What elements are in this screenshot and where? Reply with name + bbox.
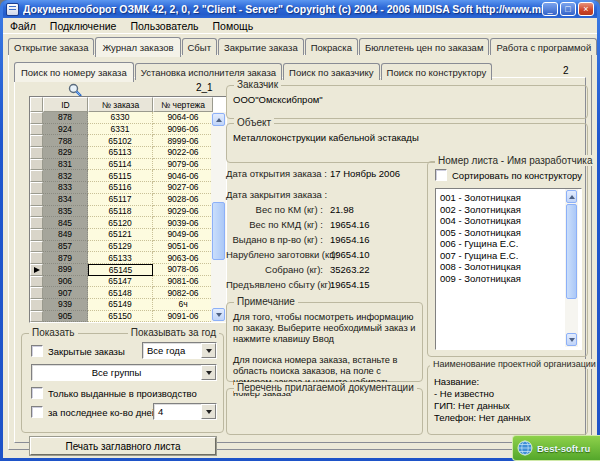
detail-row: Вес по КМ (кг) : 21.98	[226, 202, 432, 217]
menu-item[interactable]: Пользователь	[123, 19, 205, 33]
table-row[interactable]: 832 65115 9046-06	[30, 170, 211, 182]
list-item[interactable]: 009 - Золотницкая	[436, 273, 581, 285]
table-row[interactable]: 905 65150 9091-06	[30, 311, 211, 322]
row-marker-cell	[30, 241, 43, 253]
table-row[interactable]: 907 65148 9082-06	[30, 287, 211, 299]
list-item[interactable]: 001 - Золотницкая	[436, 192, 581, 204]
table-row[interactable]: 833 65116 9027-06	[30, 182, 211, 194]
row-marker-cell	[30, 299, 43, 311]
table-row[interactable]: 831 65114 9079-06	[30, 159, 211, 171]
last-days-combo[interactable]: 4	[153, 403, 217, 420]
grid-scrollbar[interactable]	[211, 112, 226, 322]
search-tab[interactable]: Поиск по заказчику	[283, 63, 380, 80]
main-tab[interactable]: Покраска	[305, 38, 358, 55]
order-details: Дата открытия заказа : 17 Ноябрь 2006 Да…	[226, 166, 432, 292]
cell-drawing-number: 9029-06	[153, 206, 211, 218]
dropdown-arrow-icon[interactable]	[201, 404, 216, 419]
sheets-scrollbar[interactable]	[565, 189, 578, 347]
dropdown-arrow-icon[interactable]	[201, 343, 216, 358]
cell-id: 829	[43, 147, 88, 159]
menu-item[interactable]: Подключение	[43, 19, 124, 33]
menu-item[interactable]: Помощь	[206, 19, 261, 33]
list-item[interactable]: 007 - Гущина Е.С.	[436, 250, 581, 262]
cell-id: 788	[43, 135, 88, 147]
search-tab[interactable]: Поиск по номеру заказа	[14, 62, 134, 82]
table-row[interactable]: 835 65118 9029-06	[30, 206, 211, 218]
watermark-badge: Best-soft.ru	[512, 435, 600, 461]
sheets-listbox[interactable]: 001 - Золотницкая002 - Золотницкая004 - …	[435, 188, 582, 350]
cell-drawing-number: 9039-06	[153, 217, 211, 229]
table-row[interactable]: 788 65102 8999-06	[30, 135, 211, 147]
last-days-combo-value: 4	[154, 406, 201, 417]
main-tab[interactable]: Сбыт	[182, 38, 217, 55]
main-tab[interactable]: Бюллетень цен по заказам	[359, 38, 490, 55]
table-row[interactable]: 849 65121 9049-06	[30, 229, 211, 241]
table-row[interactable]: 829 65113 9022-06	[30, 147, 211, 159]
sort-by-designer-label: Сортировать по конструктору	[452, 170, 582, 181]
table-row[interactable]: 906 65147 9081-06	[30, 276, 211, 288]
note-group-label: Примечание	[234, 296, 298, 307]
table-row[interactable]: 834 65117 9028-06	[30, 194, 211, 206]
table-row[interactable]: 924 6331 9096-06	[30, 124, 211, 136]
menu-item[interactable]: Файл	[3, 19, 43, 33]
cell-order-number: 6330	[88, 112, 153, 124]
title-bar[interactable]: Документооборот ОЗМК 42, 2, 0, 2 "Client…	[3, 0, 597, 18]
table-row[interactable]: 879 65133 9063-06	[30, 252, 211, 264]
sheets-scroll-thumb[interactable]	[566, 204, 577, 299]
minimize-button[interactable]: _	[542, 2, 558, 16]
produced-only-checkbox[interactable]: Только выданные в производство	[31, 387, 197, 399]
table-row[interactable]: 939 65149 6ч	[30, 299, 211, 311]
dropdown-arrow-icon[interactable]	[201, 365, 216, 380]
last-days-checkbox[interactable]: за последнее ко-во дней	[31, 406, 157, 418]
attached-docs-label: Перечень прилагаемой документации	[234, 382, 417, 393]
detail-row: Вес по КМД (кг) : 19654.16	[226, 217, 432, 232]
list-item[interactable]: 002 - Золотницкая	[436, 204, 581, 216]
close-button[interactable]: ×	[578, 2, 594, 16]
search-tab-page: 2_1 ID № заказа № чертежа 8	[14, 77, 586, 443]
detail-row: Дата открытия заказа : 17 Ноябрь 2006	[226, 166, 432, 181]
table-row[interactable]: 878 6330 9064-06	[30, 112, 211, 124]
list-item[interactable]: 008 - Золотницкая	[436, 261, 581, 273]
print-title-sheet-button[interactable]: Печать заглавного листа	[30, 437, 216, 455]
grid-scroll-thumb[interactable]	[212, 202, 225, 260]
year-combo-value: Все года	[143, 345, 201, 356]
table-row[interactable]: 857 65129 9051-06	[30, 241, 211, 253]
sort-by-designer-checkbox[interactable]: Сортировать по конструктору	[435, 169, 582, 181]
checkbox-icon[interactable]	[435, 169, 447, 181]
detail-label: Собрано (кг):	[226, 264, 323, 275]
table-row[interactable]: 845 65120 9039-06	[30, 217, 211, 229]
scroll-down-icon[interactable]	[566, 333, 577, 346]
note-paragraph-1: Для того, чтобы посмотреть информацию по…	[233, 312, 417, 345]
scroll-up-icon[interactable]	[212, 113, 225, 126]
cell-drawing-number: 9028-06	[153, 194, 211, 206]
cell-id: 845	[43, 217, 88, 229]
row-marker-cell	[30, 112, 43, 124]
grid-header-order[interactable]: № заказа	[88, 97, 153, 112]
checkbox-icon[interactable]	[31, 406, 43, 418]
checkbox-icon[interactable]	[31, 345, 43, 357]
checkbox-icon[interactable]	[31, 387, 43, 399]
grid-header-id[interactable]: ID	[43, 97, 88, 112]
list-item[interactable]: 004 - Золотницкая	[436, 215, 581, 227]
main-tab[interactable]: Журнал заказов	[95, 37, 180, 57]
groups-combo[interactable]: Все группы	[31, 364, 217, 381]
maximize-button[interactable]: □	[560, 2, 576, 16]
row-marker-cell	[30, 124, 43, 136]
table-row[interactable]: 899 65145 9078-06	[30, 264, 211, 276]
grid-header-drawing[interactable]: № чертежа	[153, 97, 213, 112]
scroll-down-icon[interactable]	[212, 308, 225, 321]
search-tab[interactable]: Установка исполнителя заказа	[135, 63, 282, 80]
year-combo[interactable]: Все года	[142, 342, 217, 359]
closed-orders-checkbox[interactable]: Закрытые заказы	[31, 345, 125, 357]
sheets-group-label: Номер листа - Имя разработчика	[435, 155, 595, 166]
main-tab[interactable]: Закрытие заказа	[218, 38, 304, 55]
scroll-up-icon[interactable]	[566, 190, 577, 203]
cell-id: 907	[43, 287, 88, 299]
list-item[interactable]: 006 - Гущина Е.С.	[436, 238, 581, 250]
cell-drawing-number: 9022-06	[153, 147, 211, 159]
main-tab[interactable]: Открытие заказа	[8, 38, 94, 55]
main-tab[interactable]: Работа с программой	[490, 38, 597, 55]
list-item[interactable]: 005 - Золотницкая	[436, 227, 581, 239]
search-tab[interactable]: Поиск по конструктору	[381, 63, 493, 80]
cell-order-number: 65113	[88, 147, 153, 159]
